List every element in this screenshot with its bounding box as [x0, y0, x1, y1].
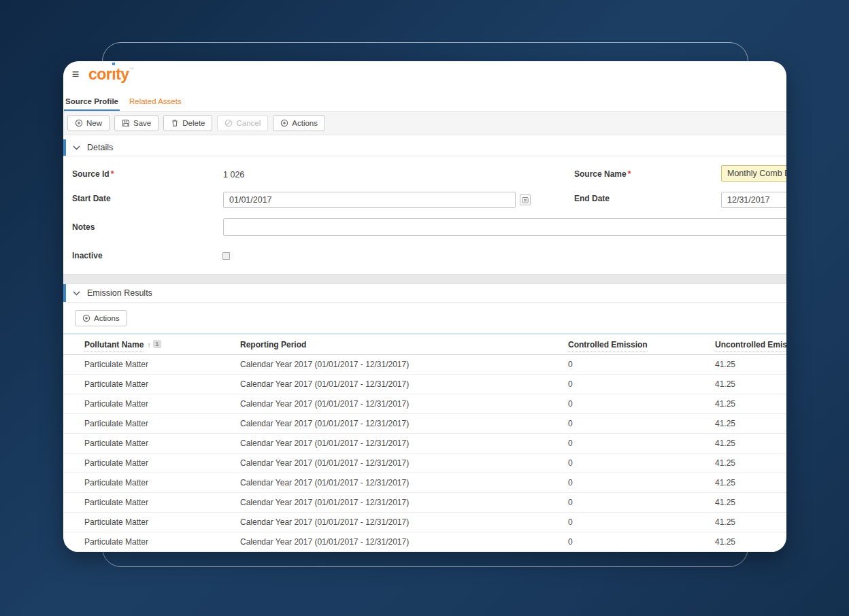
save-icon [122, 119, 130, 127]
table-row[interactable]: Particulate Matter Calendar Year 2017 (0… [63, 454, 786, 473]
chevron-down-icon[interactable] [73, 291, 80, 296]
source-name-input[interactable] [721, 165, 786, 182]
table-row[interactable]: Particulate Matter Calendar Year 2017 (0… [63, 532, 786, 552]
hamburger-menu-icon[interactable]: ≡ [68, 68, 83, 80]
inactive-label: Inactive [72, 251, 103, 260]
cority-logo: corıty™ [88, 67, 133, 82]
end-date-label: End Date [574, 194, 610, 203]
actions-button[interactable]: Actions [273, 115, 325, 131]
emission-results-section-header: Emission Results [63, 284, 786, 303]
trash-icon [171, 119, 179, 127]
emission-results-table: Pollutant Name↑1 Reporting Period Contro… [63, 333, 786, 552]
section-accent-bar [63, 139, 66, 156]
inactive-checkbox[interactable] [222, 252, 230, 260]
details-form: Source Id* 1 026 Source Name* Start Date… [63, 156, 786, 274]
section-accent-bar [63, 284, 66, 302]
column-header-pollutant-name: Pollutant Name↑1 [63, 340, 240, 349]
table-row[interactable]: Particulate Matter Calendar Year 2017 (0… [63, 513, 786, 532]
notes-label: Notes [72, 222, 95, 232]
tab-source-profile[interactable]: Source Profile [64, 93, 120, 111]
delete-button[interactable]: Delete [163, 115, 212, 131]
actions-icon [280, 119, 288, 127]
start-date-input[interactable] [223, 192, 516, 208]
cancel-button[interactable]: Cancel [217, 115, 268, 131]
cancel-icon [224, 119, 233, 127]
app-window: ≡ corıty™ Source Profile Related Assets … [63, 61, 786, 552]
source-name-label: Source Name* [574, 169, 631, 179]
sort-ascending-icon[interactable]: ↑ [147, 341, 151, 349]
table-row[interactable]: Particulate Matter Calendar Year 2017 (0… [63, 414, 786, 434]
new-button[interactable]: New [67, 115, 110, 131]
table-row[interactable]: Particulate Matter Calendar Year 2017 (0… [63, 434, 786, 454]
end-date-input[interactable] [721, 192, 786, 208]
chevron-down-icon[interactable] [73, 146, 80, 150]
actions-icon [82, 314, 90, 322]
new-icon [75, 119, 83, 127]
section-title: Emission Results [87, 288, 152, 298]
table-row[interactable]: Particulate Matter Calendar Year 2017 (0… [63, 473, 786, 493]
notes-input[interactable] [223, 218, 786, 236]
save-button[interactable]: Save [114, 115, 159, 131]
tab-related-assets[interactable]: Related Assets [128, 93, 183, 111]
grid-actions-button[interactable]: Actions [75, 310, 127, 326]
section-title: Details [87, 143, 113, 152]
source-id-label: Source Id* [72, 169, 114, 179]
column-header-uncontrolled-emission: Uncontrolled Emission [715, 340, 786, 349]
record-toolbar: New Save Delete Cancel Actions [63, 111, 786, 135]
table-row[interactable]: Particulate Matter Calendar Year 2017 (0… [63, 394, 786, 414]
column-header-reporting-period[interactable]: Reporting Period [240, 340, 568, 349]
section-divider [63, 274, 786, 284]
table-header-row: Pollutant Name↑1 Reporting Period Contro… [63, 335, 786, 355]
grid-toolbar: Actions [63, 303, 786, 333]
start-date-label: Start Date [72, 194, 111, 203]
source-id-value: 1 026 [223, 170, 244, 179]
logo-i-dot [112, 63, 115, 65]
sort-order-badge: 1 [153, 340, 161, 348]
details-section-header: Details [63, 139, 786, 156]
tab-bar: Source Profile Related Assets [63, 87, 786, 111]
table-row[interactable]: Particulate Matter Calendar Year 2017 (0… [63, 355, 786, 375]
app-header: ≡ corıty™ [63, 61, 786, 87]
table-row[interactable]: Particulate Matter Calendar Year 2017 (0… [63, 493, 786, 513]
calendar-icon[interactable] [520, 194, 531, 205]
column-header-controlled-emission: Controlled Emission [568, 340, 715, 349]
table-row[interactable]: Particulate Matter Calendar Year 2017 (0… [63, 375, 786, 394]
